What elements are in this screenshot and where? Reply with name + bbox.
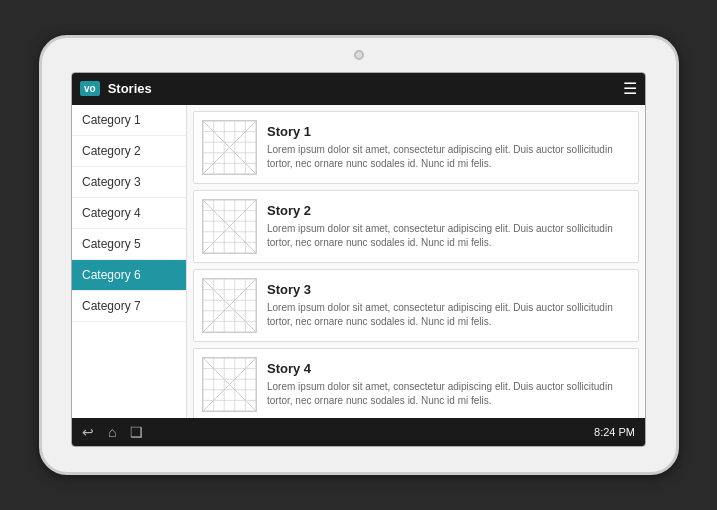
sidebar-item-category-4[interactable]: Category 4 xyxy=(72,198,186,229)
sidebar-item-category-2[interactable]: Category 2 xyxy=(72,136,186,167)
story-title-2: Story 2 xyxy=(267,203,630,218)
story-title-4: Story 4 xyxy=(267,361,630,376)
bottom-bar: ↩ ⌂ ❑ 8:24 PM xyxy=(72,418,645,446)
story-card-1[interactable]: Story 1 Lorem ipsum dolor sit amet, cons… xyxy=(193,111,639,184)
story-desc-1: Lorem ipsum dolor sit amet, consectetur … xyxy=(267,143,630,171)
story-desc-3: Lorem ipsum dolor sit amet, consectetur … xyxy=(267,301,630,329)
story-thumbnail-3 xyxy=(202,278,257,333)
story-text-2: Story 2 Lorem ipsum dolor sit amet, cons… xyxy=(267,203,630,250)
sidebar-item-category-5[interactable]: Category 5 xyxy=(72,229,186,260)
back-button[interactable]: ↩ xyxy=(82,424,94,440)
story-card-4[interactable]: Story 4 Lorem ipsum dolor sit amet, cons… xyxy=(193,348,639,418)
sidebar-item-category-3[interactable]: Category 3 xyxy=(72,167,186,198)
tablet-frame: vo Stories ☰ Category 1 Category 2 Categ… xyxy=(39,35,679,475)
story-title-1: Story 1 xyxy=(267,124,630,139)
sidebar: Category 1 Category 2 Category 3 Categor… xyxy=(72,105,187,418)
story-title-3: Story 3 xyxy=(267,282,630,297)
story-desc-4: Lorem ipsum dolor sit amet, consectetur … xyxy=(267,380,630,408)
top-bar: vo Stories ☰ xyxy=(72,73,645,105)
app-title: Stories xyxy=(108,81,623,96)
story-text-3: Story 3 Lorem ipsum dolor sit amet, cons… xyxy=(267,282,630,329)
system-time: 8:24 PM xyxy=(594,426,635,438)
apps-button[interactable]: ❑ xyxy=(130,424,143,440)
story-thumbnail-2 xyxy=(202,199,257,254)
sidebar-item-category-7[interactable]: Category 7 xyxy=(72,291,186,322)
story-text-1: Story 1 Lorem ipsum dolor sit amet, cons… xyxy=(267,124,630,171)
story-list: Story 1 Lorem ipsum dolor sit amet, cons… xyxy=(187,105,645,418)
home-button[interactable]: ⌂ xyxy=(108,424,116,440)
story-thumbnail-1 xyxy=(202,120,257,175)
menu-button[interactable]: ☰ xyxy=(623,79,637,98)
story-card-2[interactable]: Story 2 Lorem ipsum dolor sit amet, cons… xyxy=(193,190,639,263)
tablet-screen: vo Stories ☰ Category 1 Category 2 Categ… xyxy=(71,72,646,447)
story-text-4: Story 4 Lorem ipsum dolor sit amet, cons… xyxy=(267,361,630,408)
sidebar-item-category-6[interactable]: Category 6 xyxy=(72,260,186,291)
story-card-3[interactable]: Story 3 Lorem ipsum dolor sit amet, cons… xyxy=(193,269,639,342)
sidebar-item-category-1[interactable]: Category 1 xyxy=(72,105,186,136)
app-logo: vo xyxy=(80,81,100,96)
story-thumbnail-4 xyxy=(202,357,257,412)
main-content: Category 1 Category 2 Category 3 Categor… xyxy=(72,105,645,418)
story-desc-2: Lorem ipsum dolor sit amet, consectetur … xyxy=(267,222,630,250)
bottom-icons: ↩ ⌂ ❑ xyxy=(82,424,143,440)
tablet-camera xyxy=(354,50,364,60)
